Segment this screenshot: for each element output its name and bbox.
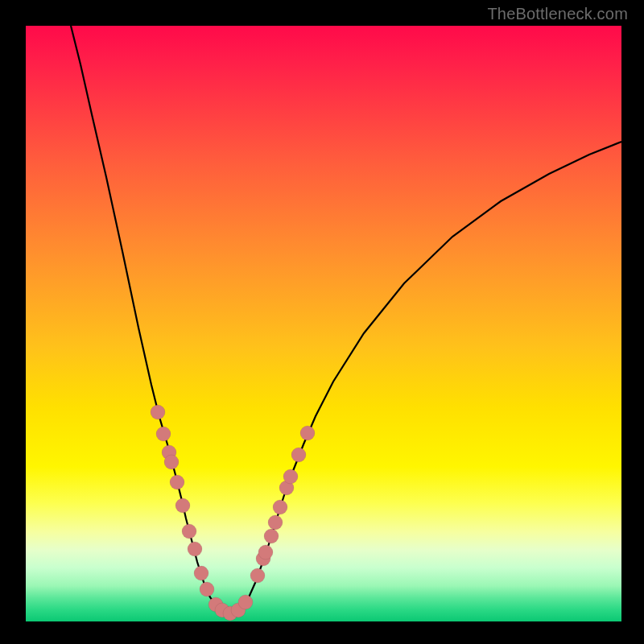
- curve-right: [230, 142, 621, 615]
- data-marker: [156, 427, 171, 441]
- chart-container: TheBottleneck.com: [0, 0, 644, 644]
- data-marker: [273, 500, 287, 514]
- data-marker: [151, 405, 165, 419]
- data-marker: [258, 545, 273, 559]
- data-marker: [200, 582, 214, 597]
- data-marker: [238, 595, 253, 609]
- data-marker: [268, 515, 283, 530]
- data-marker: [264, 529, 279, 543]
- data-marker: [300, 426, 315, 440]
- data-marker: [182, 524, 196, 539]
- data-marker: [283, 469, 298, 484]
- data-markers: [151, 405, 315, 621]
- data-marker: [175, 498, 190, 513]
- data-marker: [188, 542, 202, 556]
- data-marker: [250, 568, 265, 583]
- data-marker: [194, 566, 208, 580]
- data-marker: [170, 475, 184, 489]
- curve-left: [71, 26, 230, 615]
- data-marker: [164, 455, 179, 469]
- watermark-text: TheBottleneck.com: [487, 5, 628, 23]
- plot-area: [26, 26, 621, 621]
- curve-svg: [26, 26, 621, 621]
- data-marker: [291, 448, 306, 462]
